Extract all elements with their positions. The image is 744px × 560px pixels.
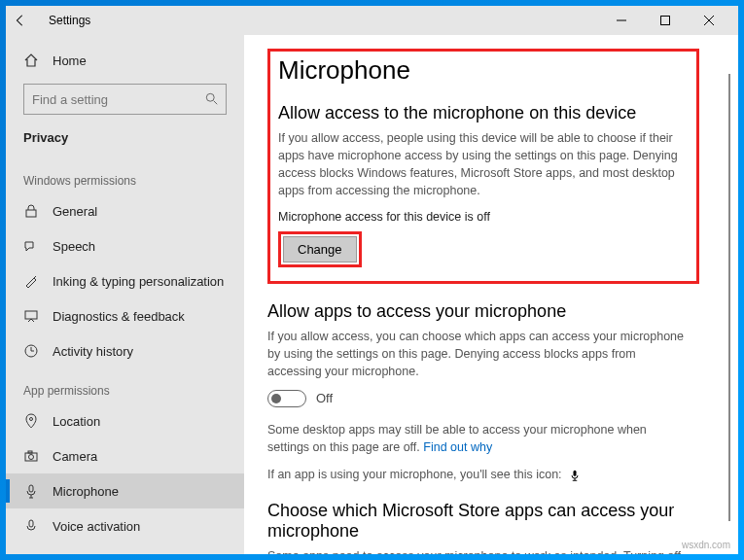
minimize-button[interactable] [599,6,643,35]
sidebar-item-label: Microphone [53,484,119,499]
microphone-indicator-icon [569,469,581,482]
svg-point-4 [206,93,214,101]
sidebar-item-microphone[interactable]: Microphone [6,473,244,508]
sidebar-item-speech[interactable]: Speech [6,228,244,263]
sidebar-item-location[interactable]: Location [6,403,244,438]
sidebar-home[interactable]: Home [6,43,244,78]
sidebar-item-label: Activity history [53,344,133,359]
maximize-button[interactable] [643,6,687,35]
sidebar-category: Privacy [6,124,244,158]
sidebar-item-label: Diagnostics & feedback [53,309,185,324]
search-input[interactable] [23,84,227,115]
svg-rect-12 [28,451,32,453]
store-apps-heading: Choose which Microsoft Store apps can ac… [267,501,686,542]
microphone-icon [23,483,39,499]
svg-point-11 [29,455,34,460]
back-button[interactable] [14,14,41,27]
content-area: Microphone Allow access to the microphon… [244,35,738,554]
sidebar-item-inking[interactable]: Inking & typing personalization [6,263,244,298]
scrollbar[interactable] [728,74,730,521]
settings-window: Settings Home Privac [6,6,738,554]
allow-device-desc: If you allow access, people using this d… [278,129,689,200]
sidebar-item-label: Home [53,53,87,68]
device-access-status: Microphone access for this device is off [278,210,689,224]
find-out-why-link[interactable]: Find out why [423,440,492,454]
svg-line-5 [214,101,218,105]
window-title: Settings [49,14,90,27]
sidebar-item-label: Inking & typing personalization [53,274,224,289]
close-button[interactable] [687,6,730,35]
sidebar-section-windows: Windows permissions [6,158,244,193]
sidebar-item-label: Speech [53,239,95,254]
store-apps-desc: Some apps need to access your microphone… [267,547,686,554]
toggle-track[interactable] [267,390,306,407]
annotation-highlight: Microphone Allow access to the microphon… [267,49,699,284]
svg-rect-15 [574,471,577,476]
voice-icon [23,518,39,534]
titlebar: Settings [6,6,738,35]
change-button[interactable]: Change [283,236,357,262]
svg-rect-14 [29,520,33,527]
watermark: wsxdn.com [682,540,730,550]
sidebar-item-label: Location [53,414,100,429]
sidebar-item-general[interactable]: General [6,193,244,228]
sidebar-item-voice-activation[interactable]: Voice activation [6,508,244,543]
speech-icon [23,238,39,254]
sidebar: Home Privacy Windows permissions General… [6,35,244,554]
feedback-icon [23,308,39,324]
mic-in-use-note: If an app is using your microphone, you'… [267,466,686,483]
sidebar-item-diagnostics[interactable]: Diagnostics & feedback [6,298,244,333]
sidebar-item-label: General [53,204,97,219]
annotation-button-highlight: Change [278,231,362,267]
pen-icon [23,273,39,289]
window-body: Home Privacy Windows permissions General… [6,35,738,554]
home-icon [23,52,39,68]
desktop-apps-note: Some desktop apps may still be able to a… [267,421,686,456]
sidebar-item-activity[interactable]: Activity history [6,333,244,368]
sidebar-section-app: App permissions [6,368,244,403]
history-icon [23,343,39,359]
allow-device-heading: Allow access to the microphone on this d… [278,103,689,123]
search-icon [205,92,219,106]
apps-access-toggle[interactable]: Off [267,390,699,407]
allow-apps-desc: If you allow access, you can choose whic… [267,328,686,380]
lock-icon [23,203,39,219]
camera-icon [23,448,39,464]
sidebar-item-camera[interactable]: Camera [6,438,244,473]
svg-point-9 [30,418,33,421]
allow-apps-heading: Allow apps to access your microphone [267,301,699,322]
page-title: Microphone [278,55,689,86]
toggle-knob [271,394,281,403]
location-icon [23,413,39,429]
svg-rect-1 [660,17,669,25]
toggle-state-label: Off [316,391,333,405]
svg-rect-7 [25,311,37,319]
svg-rect-6 [26,210,36,217]
sidebar-item-label: Camera [53,449,97,464]
svg-rect-13 [29,485,33,492]
sidebar-item-label: Voice activation [53,519,140,534]
search-wrap [23,84,227,115]
